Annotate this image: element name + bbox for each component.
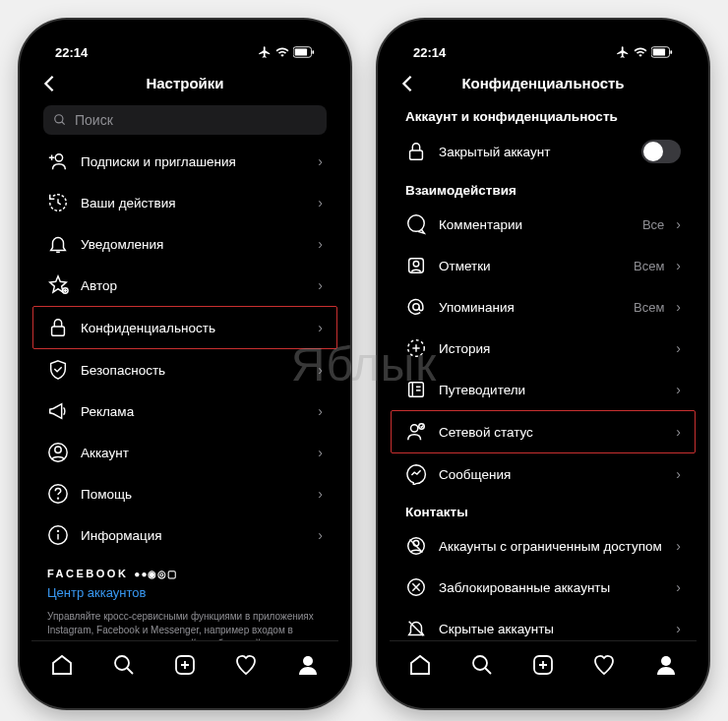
- row-private-account[interactable]: Закрытый аккаунт: [390, 130, 697, 173]
- row-label: Информация: [81, 528, 306, 543]
- chevron-right-icon: ›: [318, 486, 323, 502]
- tab-home[interactable]: [50, 653, 74, 677]
- search-placeholder: Поиск: [75, 112, 113, 128]
- search-icon: [470, 653, 494, 677]
- battery-icon: [293, 46, 315, 58]
- restricted-icon: [405, 535, 427, 557]
- svg-point-51: [473, 656, 487, 670]
- toggle-switch[interactable]: [641, 140, 681, 163]
- row-activity[interactable]: Ваши действия ›: [31, 182, 338, 223]
- tab-home[interactable]: [408, 653, 432, 677]
- row-label: Скрытые аккаунты: [439, 622, 664, 636]
- row-activity-status[interactable]: Сетевой статус ›: [391, 410, 696, 453]
- story-icon: [405, 337, 427, 359]
- row-label: Помощь: [81, 487, 306, 502]
- svg-point-13: [55, 447, 61, 452]
- row-creator[interactable]: Автор ›: [31, 265, 338, 306]
- info-icon: [47, 524, 69, 546]
- tab-new-post[interactable]: [173, 653, 197, 677]
- svg-point-15: [58, 498, 59, 499]
- chevron-right-icon: ›: [676, 258, 681, 273]
- row-label: Подписки и приглашения: [81, 154, 306, 169]
- row-muted[interactable]: Скрытые аккаунты ›: [390, 608, 697, 640]
- chevron-left-icon: [401, 75, 413, 92]
- svg-point-18: [58, 530, 59, 531]
- row-comments[interactable]: Комментарии Все ›: [390, 204, 697, 245]
- heart-icon: [592, 653, 616, 677]
- tab-activity[interactable]: [592, 653, 616, 677]
- row-restricted[interactable]: Аккаунты с ограниченным доступом ›: [390, 525, 697, 567]
- row-help[interactable]: Помощь ›: [31, 473, 338, 514]
- row-tags[interactable]: Отметки Всем ›: [390, 245, 697, 286]
- row-label: Комментарии: [439, 217, 631, 232]
- row-guides[interactable]: Путеводители ›: [390, 369, 697, 410]
- blocked-icon: [405, 576, 427, 598]
- tab-search[interactable]: [112, 653, 136, 677]
- status-icons: [258, 45, 315, 59]
- shield-icon: [47, 359, 69, 381]
- tab-profile[interactable]: [296, 653, 320, 677]
- row-label: Заблокированные аккаунты: [439, 580, 664, 595]
- tab-new-post[interactable]: [531, 653, 555, 677]
- wifi-icon: [634, 45, 647, 59]
- lock-icon: [47, 317, 69, 338]
- search-icon: [112, 653, 136, 677]
- row-privacy[interactable]: Конфиденциальность ›: [32, 306, 337, 349]
- chevron-right-icon: ›: [318, 153, 323, 169]
- chevron-right-icon: ›: [318, 362, 323, 378]
- chevron-right-icon: ›: [676, 382, 681, 397]
- chevron-right-icon: ›: [676, 579, 681, 595]
- svg-rect-36: [409, 383, 424, 397]
- profile-icon: [654, 653, 678, 677]
- row-mentions[interactable]: Упоминания Всем ›: [390, 286, 697, 328]
- row-messages[interactable]: Сообщения ›: [390, 453, 697, 495]
- row-account[interactable]: Аккаунт ›: [31, 432, 338, 473]
- accounts-center-link[interactable]: Центр аккаунтов: [31, 583, 338, 608]
- row-label: История: [439, 341, 664, 356]
- tag-icon: [405, 255, 427, 276]
- tab-activity[interactable]: [234, 653, 258, 677]
- row-notifications[interactable]: Уведомления ›: [31, 223, 338, 265]
- section-interactions: Взаимодействия: [390, 173, 697, 204]
- status-icons: [616, 45, 673, 59]
- row-story[interactable]: История ›: [390, 328, 697, 369]
- help-description: Управляйте кросс-сервисными функциями в …: [31, 608, 338, 640]
- row-ads[interactable]: Реклама ›: [31, 391, 338, 432]
- svg-point-29: [408, 215, 425, 232]
- chevron-right-icon: ›: [318, 527, 323, 543]
- row-label: Уведомления: [81, 237, 306, 252]
- svg-line-20: [127, 668, 133, 674]
- row-security[interactable]: Безопасность ›: [31, 349, 338, 391]
- muted-icon: [405, 618, 427, 639]
- back-button[interactable]: [43, 75, 55, 92]
- notch: [469, 31, 617, 55]
- svg-rect-2: [312, 50, 314, 54]
- chevron-right-icon: ›: [676, 340, 681, 356]
- row-value: Всем: [634, 300, 664, 315]
- search-input[interactable]: Поиск: [43, 105, 327, 135]
- svg-rect-28: [410, 150, 423, 159]
- back-button[interactable]: [401, 75, 413, 92]
- privacy-list: Аккаунт и конфиденциальность Закрытый ак…: [390, 99, 697, 640]
- facebook-brand: FACEBOOK ●●◉◎▢: [31, 556, 338, 583]
- add-user-icon: [47, 150, 69, 172]
- row-blocked[interactable]: Заблокированные аккаунты ›: [390, 567, 697, 608]
- star-icon: [47, 274, 69, 296]
- at-icon: [405, 296, 427, 318]
- chevron-right-icon: ›: [318, 403, 323, 419]
- tab-bar: [31, 640, 338, 696]
- lock-icon: [405, 141, 427, 162]
- row-subscriptions[interactable]: Подписки и приглашения ›: [31, 141, 338, 182]
- row-info[interactable]: Информация ›: [31, 514, 338, 556]
- chevron-right-icon: ›: [676, 216, 681, 232]
- user-icon: [47, 442, 69, 463]
- svg-rect-26: [653, 48, 665, 55]
- tab-profile[interactable]: [654, 653, 678, 677]
- airplane-icon: [258, 45, 272, 59]
- tab-search[interactable]: [470, 653, 494, 677]
- svg-point-31: [413, 261, 419, 267]
- messenger-icon: [405, 463, 427, 485]
- section-account-privacy: Аккаунт и конфиденциальность: [390, 99, 697, 130]
- screen-right: 22:14 Конфиденциальность Аккаунт и конфи…: [390, 31, 697, 696]
- help-icon: [47, 483, 69, 505]
